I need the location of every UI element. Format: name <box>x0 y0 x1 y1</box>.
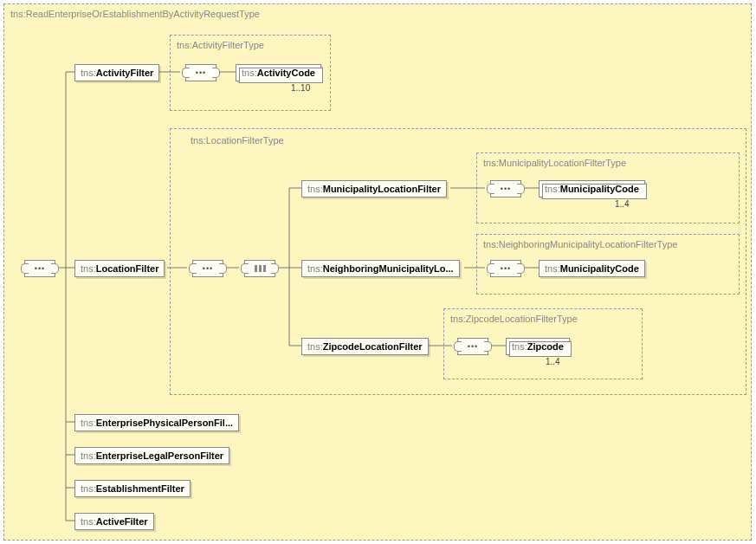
location-filter-node: tns:LocationFilter <box>74 260 165 277</box>
enterprise-legal-person-filter-node: tns:EnterpriseLegalPersonFilter <box>74 447 229 464</box>
neighboring-municipality-location-filter-node: tns:NeighboringMunicipalityLo... <box>301 260 460 277</box>
neighboring-municipality-location-filter-type-label: tns:NeighboringMunicipalityLocationFilte… <box>483 239 677 249</box>
municipality-code2-node: tns:MunicipalityCode <box>539 260 645 277</box>
activity-filter-seq-icon: ••• <box>185 64 216 81</box>
municipality-code-card: 1..4 <box>615 199 630 209</box>
root-sequence-icon: ••• <box>24 260 55 277</box>
root-type-label: tns:ReadEnterpriseOrEstablishmentByActiv… <box>10 9 260 19</box>
location-filter-type-label: tns:LocationFilterType <box>191 135 284 146</box>
location-filter-seq-icon: ••• <box>192 260 223 277</box>
municipality-seq-icon: ••• <box>490 180 521 198</box>
establishment-filter-node: tns:EstablishmentFilter <box>74 480 191 497</box>
municipality-location-filter-node: tns:MunicipalityLocationFilter <box>301 180 447 198</box>
neighboring-seq-icon: ••• <box>490 260 521 277</box>
zipcode-seq-icon: ••• <box>457 338 488 355</box>
municipality-code-node: tns:MunicipalityCode <box>539 180 645 198</box>
zipcode-location-filter-type-label: tns:ZipcodeLocationFilterType <box>450 314 578 324</box>
location-filter-choice-icon <box>244 260 275 277</box>
municipality-location-filter-type-label: tns:MunicipalityLocationFilterType <box>483 158 626 168</box>
zipcode-node: tns:Zipcode <box>506 338 570 355</box>
activity-filter-node: tns:ActivityFilter <box>74 64 159 81</box>
zipcode-location-filter-node: tns:ZipcodeLocationFilter <box>301 338 429 355</box>
activity-code-node: tns:ActivityCode <box>236 64 321 81</box>
zipcode-card: 1..4 <box>546 357 560 366</box>
activity-filter-type-label: tns:ActivityFilterType <box>177 40 264 50</box>
active-filter-node: tns:ActiveFilter <box>74 513 154 530</box>
enterprise-physical-person-filter-node: tns:EnterprisePhysicalPersonFil... <box>74 414 239 431</box>
activity-code-card: 1..10 <box>291 83 310 93</box>
